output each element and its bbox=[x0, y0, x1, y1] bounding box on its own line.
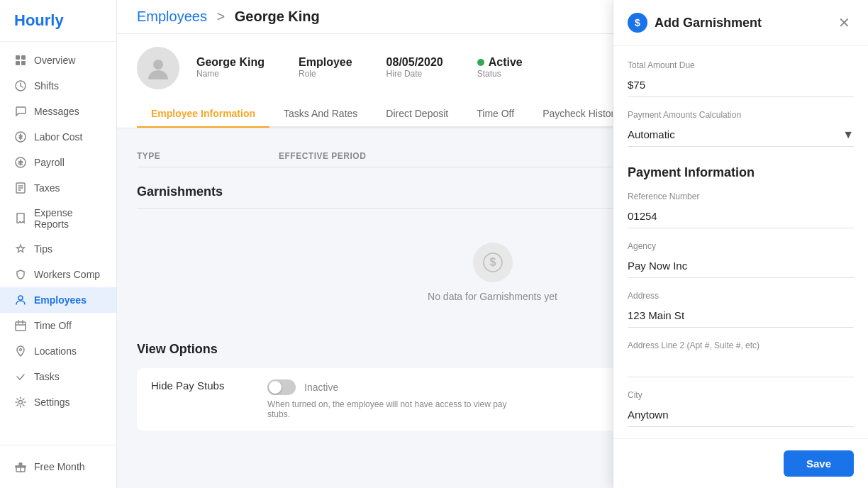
grid-icon bbox=[14, 54, 27, 67]
sidebar-item-tasks[interactable]: Tasks bbox=[0, 364, 116, 389]
reference-number-input[interactable] bbox=[628, 204, 854, 228]
toggle-inactive-badge: Inactive bbox=[304, 382, 338, 393]
hide-pay-stubs-toggle[interactable] bbox=[267, 379, 296, 395]
svg-rect-1 bbox=[21, 55, 26, 60]
employee-hire-date: 08/05/2020 bbox=[386, 56, 443, 69]
col-type-header: TYPE bbox=[137, 151, 279, 161]
total-amount-due-group: Total Amount Due bbox=[628, 60, 854, 97]
garnishments-empty-text: No data for Garnishments yet bbox=[428, 291, 557, 302]
sidebar-item-label: Taxes bbox=[34, 182, 60, 194]
address-line2-input[interactable] bbox=[628, 353, 854, 377]
sidebar-item-free-month[interactable]: Free Month bbox=[0, 454, 116, 479]
svg-rect-3 bbox=[21, 61, 26, 65]
status-dot bbox=[477, 59, 484, 66]
city-label: City bbox=[628, 390, 854, 400]
svg-rect-2 bbox=[16, 61, 20, 65]
svg-point-8 bbox=[18, 296, 23, 300]
employee-name-label: Name bbox=[196, 69, 265, 79]
gift-icon bbox=[14, 460, 27, 473]
payment-amounts-calc-select[interactable]: Automatic Manual bbox=[628, 123, 854, 147]
sidebar-item-label: Tips bbox=[34, 243, 52, 255]
sidebar-item-label: Shifts bbox=[34, 80, 59, 92]
tab-tasks-and-rates[interactable]: Tasks And Rates bbox=[269, 101, 372, 128]
sidebar-item-expense-reports[interactable]: Expense Reports bbox=[0, 201, 116, 236]
agency-input[interactable] bbox=[628, 254, 854, 278]
total-amount-due-input[interactable] bbox=[628, 73, 854, 97]
panel-footer: Save bbox=[613, 438, 868, 488]
svg-rect-9 bbox=[16, 322, 26, 331]
sidebar-item-workers-comp[interactable]: Workers Comp bbox=[0, 262, 116, 287]
panel-title: $ Add Garnishment bbox=[628, 13, 762, 33]
breadcrumb-parent[interactable]: Employees bbox=[137, 9, 207, 24]
sidebar-item-settings[interactable]: Settings bbox=[0, 389, 116, 415]
sidebar-item-label: Expense Reports bbox=[34, 207, 102, 230]
sidebar-item-label: Overview bbox=[34, 55, 75, 66]
address-group: Address bbox=[628, 291, 854, 328]
panel-close-button[interactable]: ✕ bbox=[834, 13, 854, 33]
sidebar-item-labor-cost[interactable]: Labor Cost bbox=[0, 124, 116, 150]
employee-hire-date-label: Hire Date bbox=[386, 69, 443, 79]
payment-information-title: Payment Information bbox=[628, 160, 854, 180]
sidebar-item-employees[interactable]: Employees bbox=[0, 287, 116, 313]
sidebar-item-label: Messages bbox=[34, 106, 79, 117]
total-amount-due-label: Total Amount Due bbox=[628, 60, 854, 70]
main-content: Employees > George King ? Contact bbox=[117, 0, 868, 488]
sidebar-item-label: Free Month bbox=[34, 461, 85, 472]
sidebar-item-shifts[interactable]: Shifts bbox=[0, 73, 116, 99]
employee-hire-date-field: 08/05/2020 Hire Date bbox=[386, 56, 443, 80]
breadcrumb-separator: > bbox=[217, 9, 229, 24]
save-button[interactable]: Save bbox=[784, 450, 854, 477]
city-group: City bbox=[628, 390, 854, 427]
sidebar-item-messages[interactable]: Messages bbox=[0, 99, 116, 124]
gear-icon bbox=[14, 396, 27, 409]
sidebar-item-overview[interactable]: Overview bbox=[0, 48, 116, 73]
employee-name-field: George King Name bbox=[196, 56, 265, 80]
payroll-icon bbox=[14, 156, 27, 169]
tip-icon bbox=[14, 243, 27, 255]
payment-amounts-calc-wrapper: Automatic Manual ▼ bbox=[628, 123, 854, 147]
toggle-knob bbox=[269, 381, 282, 394]
address-label: Address bbox=[628, 291, 854, 301]
receipt-icon bbox=[14, 212, 27, 225]
reference-number-label: Reference Number bbox=[628, 192, 854, 201]
sidebar-item-label: Labor Cost bbox=[34, 131, 82, 143]
person-icon bbox=[14, 294, 27, 306]
pin-icon bbox=[14, 345, 27, 357]
address-input[interactable] bbox=[628, 304, 854, 328]
panel-title-icon: $ bbox=[628, 13, 647, 33]
sidebar-item-label: Tasks bbox=[34, 371, 60, 382]
avatar bbox=[137, 47, 179, 89]
svg-rect-0 bbox=[16, 55, 20, 60]
sidebar-item-tips[interactable]: Tips bbox=[0, 236, 116, 262]
shield-icon bbox=[14, 268, 27, 281]
sidebar-item-time-off[interactable]: Time Off bbox=[0, 313, 116, 338]
sidebar-item-label: Time Off bbox=[34, 320, 72, 331]
reference-number-group: Reference Number bbox=[628, 192, 854, 228]
agency-label: Agency bbox=[628, 241, 854, 251]
chat-icon bbox=[14, 105, 27, 118]
sidebar-item-label: Payroll bbox=[34, 157, 65, 168]
tab-employee-information[interactable]: Employee Information bbox=[137, 101, 269, 128]
employee-status: Active bbox=[477, 56, 523, 69]
tab-direct-deposit[interactable]: Direct Deposit bbox=[372, 101, 462, 128]
employee-name: George King bbox=[196, 56, 265, 69]
sidebar-item-label: Settings bbox=[34, 396, 70, 408]
address-line2-group: Address Line 2 (Apt #, Suite #, etc) bbox=[628, 340, 854, 377]
check-icon bbox=[14, 370, 27, 383]
sidebar-item-label: Workers Comp bbox=[34, 269, 100, 280]
breadcrumb-current: George King bbox=[235, 9, 320, 24]
city-input[interactable] bbox=[628, 403, 854, 427]
svg-point-11 bbox=[19, 401, 23, 404]
app-logo: Hourly bbox=[0, 0, 116, 42]
toggle-wrap: Inactive When turned on, the employee wi… bbox=[267, 379, 516, 419]
profile-fields: George King Name Employee Role 08/05/202… bbox=[196, 56, 523, 80]
address-line2-label: Address Line 2 (Apt #, Suite #, etc) bbox=[628, 340, 854, 350]
svg-point-13 bbox=[153, 60, 163, 70]
tab-time-off[interactable]: Time Off bbox=[462, 101, 528, 128]
sidebar-item-locations[interactable]: Locations bbox=[0, 338, 116, 364]
employee-role-label: Role bbox=[299, 69, 352, 79]
sidebar-item-payroll[interactable]: Payroll bbox=[0, 150, 116, 175]
garnishments-empty-icon: $ bbox=[473, 243, 513, 282]
sidebar-nav: Overview Shifts Messages Labor Cost bbox=[0, 42, 116, 445]
sidebar-item-taxes[interactable]: Taxes bbox=[0, 175, 116, 201]
